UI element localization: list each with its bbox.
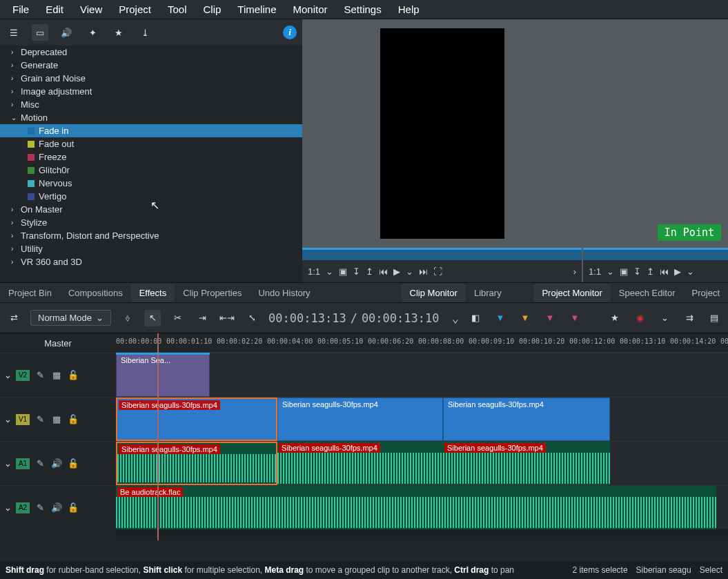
extract-icon[interactable]: ⤡ [244,310,260,326]
tab-effects[interactable]: Effects [131,284,175,302]
ratio-label[interactable]: 1:1 [308,266,320,277]
chevron-down-icon[interactable]: ⌄ [4,414,12,424]
wand-icon[interactable]: ✦ [84,24,101,41]
rewind-icon[interactable]: ⏮ [660,266,669,277]
effect-item[interactable]: Nervous [0,177,302,190]
rect-icon[interactable]: ▣ [339,266,347,277]
timecode-display[interactable]: 00:00:13:13/00:00:13:10 ⌄ [268,311,459,325]
lock-icon[interactable]: 🔓 [67,413,79,426]
filter-icon[interactable]: ⇄ [6,310,22,326]
menu-edit[interactable]: Edit [37,1,72,18]
tab-project-monitor[interactable]: Project Monitor [533,284,610,302]
chevron-down-icon[interactable]: ⌄ [326,266,333,277]
effect-item[interactable]: ›Transform, Distort and Perspective [0,229,302,242]
menu-monitor[interactable]: Monitor [284,1,335,18]
marker-pink-icon[interactable]: ▼ [542,310,558,326]
tab-speech-editor[interactable]: Speech Editor [611,284,684,302]
clip[interactable]: Siberian seagulls-30fps.mp4 [277,398,443,441]
settings-icon[interactable]: ⇉ [681,310,698,326]
chevron-down-icon[interactable]: ⌄ [4,502,12,513]
square-icon[interactable]: ◧ [467,310,484,326]
play-icon[interactable]: ▶ [674,266,681,277]
tab-compositions[interactable]: Compositions [60,284,131,302]
menu-settings[interactable]: Settings [336,1,390,18]
track-header-V2[interactable]: ⌄V2✎▦🔓 [0,353,116,397]
effect-item[interactable]: ›VR 360 and 3D [0,255,302,268]
track-id[interactable]: V1 [16,414,30,425]
crop-icon[interactable]: ⛶ [433,266,442,277]
timeline-ruler[interactable]: 00:00:00:0000:00:01:1000:00:02:2000:00:0… [116,333,728,353]
list-icon[interactable]: ☰ [6,24,22,41]
edit-mode-selector[interactable]: Normal Mode ⌄ [30,310,111,326]
menu-timeline[interactable]: Timeline [229,1,284,18]
clip[interactable]: Siberian Sea... [116,353,210,397]
chevron-down-icon[interactable]: ⌄ [656,310,673,326]
wand-icon[interactable]: ✎ [34,458,46,470]
speaker-icon[interactable]: 🔊 [50,502,63,514]
clip[interactable]: Siberian seagulls-30fps.mp4 [116,442,277,485]
clip-monitor-scrub[interactable] [302,248,582,260]
film-icon[interactable]: ▦ [50,413,63,426]
effect-item[interactable]: ›Generate [0,59,302,72]
effect-item[interactable]: ›Utility [0,242,302,255]
clip[interactable]: Siberian seagulls-30fps.mp4 [443,398,610,441]
forward-icon[interactable]: ⏭ [419,266,428,277]
tab-clip-monitor[interactable]: Clip Monitor [402,284,466,302]
magnet-icon[interactable]: ⎀ [119,310,136,326]
mark-in-icon[interactable]: ↧ [633,266,641,277]
effect-item[interactable]: Glitch0r [0,164,302,177]
download-icon[interactable]: ⤓ [137,24,153,41]
effect-item[interactable]: Fade out [0,137,302,150]
effect-item[interactable]: ›Image adjustment [0,85,302,98]
zone-marker[interactable] [116,353,210,355]
mark-out-icon[interactable]: ↥ [647,266,654,277]
effect-item[interactable]: ›Stylize [0,216,302,229]
project-monitor-scrub[interactable] [583,248,728,260]
play-icon[interactable]: ▶ [393,266,400,277]
chevron-down-icon[interactable]: ⌄ [406,266,413,277]
effect-item[interactable]: Fade in [0,124,302,137]
menu-project[interactable]: Project [110,1,159,18]
track-header-A1[interactable]: ⌄A1✎🔊🔓 [0,441,116,485]
chevron-down-icon[interactable]: ⌄ [607,266,614,277]
effects-tree[interactable]: ↖ ›Deprecated›Generate›Grain and Noise›I… [0,46,302,282]
playhead[interactable] [157,333,159,540]
record-icon[interactable]: ◉ [631,310,648,326]
lock-icon[interactable]: 🔓 [67,458,79,470]
track-V2[interactable]: Siberian Sea... [116,353,728,397]
menu-tool[interactable]: Tool [159,1,195,18]
lock-icon[interactable]: 🔓 [67,502,79,514]
star-icon[interactable]: ★ [110,24,127,41]
timeline[interactable]: Master ⌄V2✎▦🔓⌄V1✎▦🔓⌄A1✎🔊🔓⌄A2✎🔊🔓 00:00:00… [0,333,728,540]
track-header-V1[interactable]: ⌄V1✎▦🔓 [0,397,116,441]
master-track[interactable]: Master [0,333,116,353]
menu-clip[interactable]: Clip [195,1,230,18]
speaker-icon[interactable]: 🔊 [58,24,75,41]
tab-library[interactable]: Library [466,284,510,302]
mark-in-icon[interactable]: ↧ [353,266,360,277]
effect-item[interactable]: ›Misc [0,98,302,111]
favorite-icon[interactable]: ★ [607,310,623,326]
track-id[interactable]: V2 [16,370,30,381]
effect-item[interactable]: ›Grain and Noise [0,72,302,85]
rewind-icon[interactable]: ⏮ [379,266,388,277]
chevron-down-icon[interactable]: ⌄ [687,266,694,277]
scissors-icon[interactable]: ✂ [169,310,186,326]
tab-clip-properties[interactable]: Clip Properties [175,284,250,302]
overwrite-icon[interactable]: ⇤⇥ [219,310,235,326]
wand-icon[interactable]: ✎ [34,413,46,426]
rect-icon[interactable]: ▣ [620,266,628,277]
tab-undo-history[interactable]: Undo History [250,284,318,302]
mark-out-icon[interactable]: ↥ [366,266,373,277]
marker-blue-icon[interactable]: ▼ [492,310,509,326]
effect-item[interactable]: ⌄Motion [0,111,302,124]
clip[interactable]: Be audiotrack.flac [116,486,716,529]
lock-icon[interactable]: 🔓 [67,369,79,382]
clip[interactable]: Siberian seagulls-30fps.mp4 [116,398,277,441]
insert-icon[interactable]: ⇥ [194,310,210,326]
menu-help[interactable]: Help [390,1,428,18]
screen-icon[interactable]: ▭ [32,24,48,41]
clip[interactable]: Siberian seagulls-30fps.mp4 [277,442,443,485]
menu-view[interactable]: View [72,1,110,18]
menu-file[interactable]: File [4,1,37,18]
